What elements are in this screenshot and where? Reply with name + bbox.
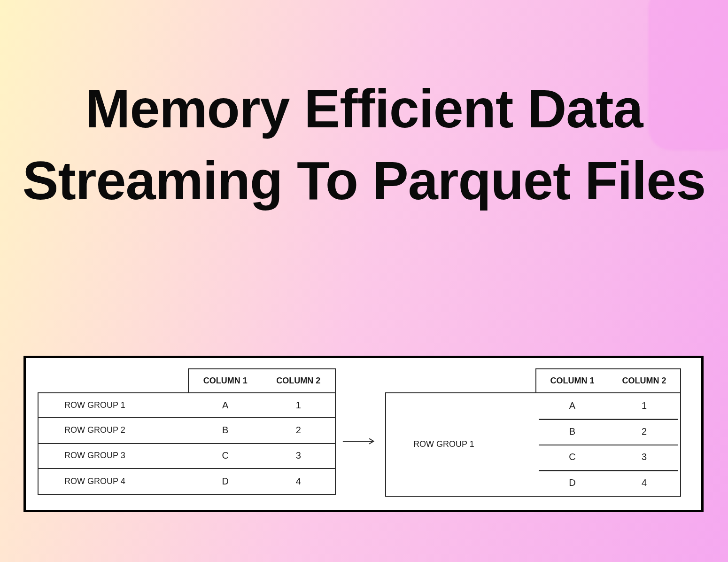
cell: B: [189, 418, 262, 443]
page-title: Memory Efficient Data Streaming To Parqu…: [0, 73, 728, 217]
left-table: COLUMN 1 COLUMN 2 ROW GROUP 1 A 1 ROW GR…: [38, 368, 338, 500]
cell: 3: [608, 445, 680, 470]
arrow-icon: [338, 434, 380, 448]
row-group-label: ROW GROUP 3: [39, 443, 189, 468]
cell: 2: [262, 418, 335, 443]
right-header-col2: COLUMN 2: [608, 369, 680, 393]
cell: 2: [608, 419, 680, 445]
cell: C: [536, 445, 608, 470]
cell: 1: [608, 393, 680, 419]
cell: 4: [262, 469, 335, 494]
table-row: B 2: [536, 419, 680, 445]
cell: 3: [262, 443, 335, 468]
left-header-col2: COLUMN 2: [262, 369, 335, 393]
row-group-label: ROW GROUP 1: [386, 393, 536, 496]
table-row: C 3: [536, 445, 680, 470]
cell: A: [536, 393, 608, 419]
right-header-col1: COLUMN 1: [536, 369, 608, 393]
table-row: ROW GROUP 2 B 2: [38, 418, 336, 444]
right-data-cells: A 1 B 2 C 3 D 4: [536, 393, 680, 496]
right-table: COLUMN 1 COLUMN 2 ROW GROUP 1 A 1 B 2 C …: [385, 368, 686, 500]
table-row: ROW GROUP 1 A 1: [38, 392, 336, 418]
cell: D: [189, 469, 262, 494]
row-group-label: ROW GROUP 4: [39, 469, 189, 494]
table-row: A 1: [536, 393, 680, 419]
cell: A: [189, 393, 262, 417]
right-table-body: ROW GROUP 1 A 1 B 2 C 3 D 4: [385, 392, 681, 497]
cell: 1: [262, 393, 335, 417]
left-header-col1: COLUMN 1: [189, 369, 262, 393]
left-table-headers: COLUMN 1 COLUMN 2: [188, 368, 336, 393]
table-row: D 4: [536, 470, 680, 496]
cell: 4: [608, 470, 680, 496]
cell: B: [536, 419, 608, 445]
cell: D: [536, 470, 608, 496]
cell: C: [189, 443, 262, 468]
table-row: ROW GROUP 3 C 3: [38, 443, 336, 469]
table-row: ROW GROUP 4 D 4: [38, 469, 336, 495]
right-table-headers: COLUMN 1 COLUMN 2: [535, 368, 681, 393]
row-group-label: ROW GROUP 2: [39, 418, 189, 443]
row-group-label: ROW GROUP 1: [39, 393, 189, 417]
diagram-container: COLUMN 1 COLUMN 2 ROW GROUP 1 A 1 ROW GR…: [23, 356, 704, 512]
